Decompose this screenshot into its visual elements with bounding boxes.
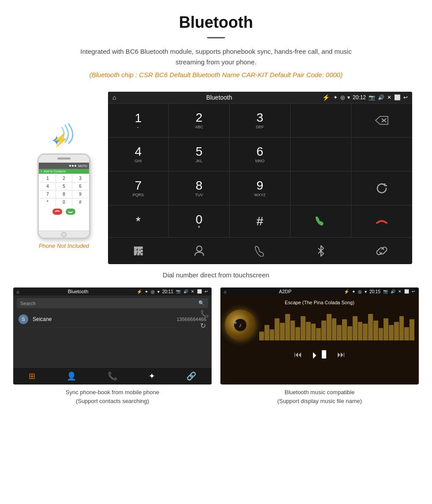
dial-key-hash[interactable]: # xyxy=(230,205,290,237)
pb-bt-icon: ✦ xyxy=(145,289,148,294)
music-back-icon[interactable]: ↩ xyxy=(412,289,415,294)
window-icon[interactable]: ⬜ xyxy=(394,94,401,101)
main-section: ✦ ⚡ MOTO + Add to Contacts xyxy=(0,92,432,264)
phone-notification-bar: MOTO xyxy=(39,163,89,169)
home-icon[interactable]: ⌂ xyxy=(112,94,116,101)
hangup-button[interactable] xyxy=(351,205,412,237)
phone-container: ✦ ⚡ MOTO + Add to Contacts xyxy=(20,118,108,249)
phone-call-buttons xyxy=(39,207,89,217)
dial-key-7[interactable]: 7 PQRS xyxy=(108,172,169,205)
music-body: Escape (The Pina Colada Song) ♪ ✦ xyxy=(220,295,419,345)
album-bt-icon: ✦ xyxy=(233,319,238,326)
dial-key-2[interactable]: 2 ABC xyxy=(169,104,230,137)
eq-bar xyxy=(353,316,358,340)
dial-key-0[interactable]: 0 + xyxy=(169,205,230,237)
pb-back-icon[interactable]: ↩ xyxy=(205,289,208,294)
pb-usb-icon: ⚡ xyxy=(137,289,142,294)
pb-search-icon[interactable]: 🔍 xyxy=(198,300,205,306)
music-usb-icon: ⚡ xyxy=(344,289,349,294)
dial-key-6[interactable]: 6 MNO xyxy=(230,138,290,171)
bottom-phone-icon[interactable] xyxy=(230,239,290,262)
volume-icon[interactable]: 🔊 xyxy=(378,94,384,101)
phone-screen: + Add to Contacts 1 2 3 4 5 6 7 8 9 * 0 … xyxy=(39,169,89,231)
eq-bar xyxy=(264,325,269,340)
bottom-link-icon[interactable] xyxy=(351,239,412,262)
phonebook-caption: Sync phone-book from mobile phone(Suppor… xyxy=(66,388,159,405)
dial-key-star[interactable]: * xyxy=(108,205,169,237)
dial-key-3[interactable]: 3 DEF xyxy=(230,104,290,137)
status-right: ✦ ◎ ▾ 20:12 📷 🔊 ✕ ⬜ ↩ xyxy=(333,94,408,101)
eq-bar xyxy=(301,316,305,340)
bottom-bluetooth-icon[interactable] xyxy=(290,239,351,262)
car-bottom-bar xyxy=(108,237,412,264)
camera-icon[interactable]: 📷 xyxy=(369,94,375,101)
dial-key-1[interactable]: 1 •· xyxy=(108,104,169,137)
bottom-grid-icon[interactable] xyxy=(108,239,169,262)
dial-key-4[interactable]: 4 GHI xyxy=(108,138,169,171)
back-icon[interactable]: ↩ xyxy=(403,94,408,101)
pb-win-icon[interactable]: ⬜ xyxy=(197,289,202,294)
phone-mockup: MOTO + Add to Contacts 1 2 3 4 5 6 7 8 9… xyxy=(37,153,90,239)
page-title: Bluetooth xyxy=(9,13,423,32)
eq-bar xyxy=(316,328,321,340)
music-statusbar: ⌂ A2DP ⚡ ✦ ◎ ▾ 20:15 📷 🔊 ✕ ⬜ ↩ xyxy=(220,287,419,295)
pb-close-icon[interactable]: ✕ xyxy=(191,289,194,294)
pb-vol-icon[interactable]: 🔊 xyxy=(183,289,188,294)
pb-right-icons: 📞 ↻ xyxy=(200,310,209,330)
pb-contact-row[interactable]: S Seicane 13566664466 xyxy=(13,311,212,328)
next-track-icon[interactable]: ⏭ xyxy=(337,350,345,360)
phone-home-bar xyxy=(39,231,89,238)
page-description: Integrated with BC6 Bluetooth module, su… xyxy=(66,46,366,67)
svg-rect-15 xyxy=(137,253,140,256)
eq-bar xyxy=(290,321,295,340)
music-title: A2DP xyxy=(229,289,341,294)
eq-bar xyxy=(394,322,399,340)
pb-bottom-phone-icon[interactable]: 📞 xyxy=(108,371,117,381)
pb-bottom-link-icon[interactable]: 🔗 xyxy=(186,371,196,381)
pb-time: 20:11 xyxy=(162,289,173,294)
pb-search-bar[interactable]: Search 🔍 xyxy=(17,298,208,308)
bottom-contacts-icon[interactable] xyxy=(169,239,230,262)
pb-right-refresh-icon[interactable]: ↻ xyxy=(200,321,209,330)
svg-rect-13 xyxy=(141,250,143,252)
music-content: ♪ ✦ xyxy=(225,310,414,340)
music-win-icon[interactable]: ⬜ xyxy=(404,289,409,294)
music-home-icon[interactable]: ⌂ xyxy=(224,289,227,294)
eq-bar xyxy=(311,324,316,340)
music-camera-icon[interactable]: 📷 xyxy=(383,289,388,294)
pb-bottom-grid-icon[interactable]: ⊞ xyxy=(29,371,35,381)
close-icon[interactable]: ✕ xyxy=(387,94,391,101)
eq-bar xyxy=(404,327,409,340)
pb-bottom-bt-icon[interactable]: ✦ xyxy=(149,371,155,381)
music-track-title: Escape (The Pina Colada Song) xyxy=(285,300,354,305)
phone-contacts-bar: + Add to Contacts xyxy=(39,169,89,174)
music-bt-icon: ✦ xyxy=(352,289,355,294)
status-time: 20:12 xyxy=(353,94,366,101)
prev-track-icon[interactable]: ⏮ xyxy=(294,350,302,360)
svg-point-17 xyxy=(197,246,202,251)
eq-bar xyxy=(295,327,300,340)
backspace-key[interactable] xyxy=(351,104,412,137)
equalizer-visual xyxy=(259,310,414,340)
dial-key-8[interactable]: 8 TUV xyxy=(169,172,230,205)
music-close-icon[interactable]: ✕ xyxy=(398,289,402,294)
call-button[interactable] xyxy=(290,205,351,237)
car-screen-title: Bluetooth xyxy=(119,94,319,101)
dialpad-row-2: 4 GHI 5 JKL 6 MNO xyxy=(108,138,412,172)
pb-right-phone-icon[interactable]: 📞 xyxy=(200,310,209,318)
eq-bar xyxy=(270,329,275,340)
dial-key-5[interactable]: 5 JKL xyxy=(169,138,230,171)
phone-home-button xyxy=(61,232,67,237)
pb-camera-icon[interactable]: 📷 xyxy=(176,289,181,294)
eq-bar xyxy=(410,319,414,340)
dial-key-9[interactable]: 9 WXYZ xyxy=(230,172,290,205)
pb-home-icon[interactable]: ⌂ xyxy=(17,289,19,294)
dialpad-empty-3 xyxy=(351,138,412,171)
music-vol-icon[interactable]: 🔊 xyxy=(391,289,395,294)
play-pause-icon[interactable]: ⏵❚ xyxy=(311,350,328,360)
page-header: Bluetooth Integrated with BC6 Bluetooth … xyxy=(0,0,432,92)
dialpad-empty-4 xyxy=(290,172,351,205)
pb-bottom-user-icon[interactable]: 👤 xyxy=(67,371,76,381)
refresh-key[interactable] xyxy=(351,172,412,205)
bluetooth-info: (Bluetooth chip : CSR BC6 Default Blueto… xyxy=(9,71,423,78)
